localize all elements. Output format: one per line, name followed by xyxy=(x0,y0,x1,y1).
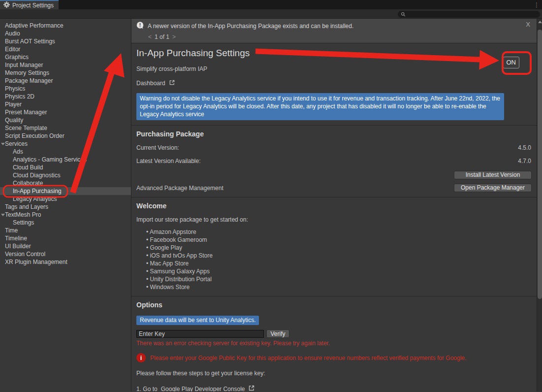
store-list-item: iOS and tvOs App Store xyxy=(146,252,532,260)
sidebar-item-memory-settings[interactable]: Memory Settings xyxy=(0,69,131,77)
sidebar-item-textmesh-pro[interactable]: TextMesh Pro xyxy=(0,211,131,219)
install-latest-row: Install Latest Version xyxy=(136,171,532,179)
toolbar xyxy=(0,9,542,19)
external-link-icon xyxy=(169,79,175,87)
current-version-row: Current Version: 4.5.0 xyxy=(136,144,532,151)
sidebar-item-physics-2d[interactable]: Physics 2D xyxy=(0,93,131,100)
welcome-intro: Import our store package to get started … xyxy=(136,216,532,223)
sidebar-item-collaborate[interactable]: Collaborate xyxy=(0,179,131,187)
sidebar-item-cloud-diagnostics[interactable]: Cloud Diagnostics xyxy=(0,171,131,179)
sidebar-item-input-manager[interactable]: Input Manager xyxy=(0,61,131,69)
sidebar-item-player[interactable]: Player xyxy=(0,100,131,108)
sidebar-item-editor[interactable]: Editor xyxy=(0,45,131,53)
sidebar-item-burst-aot-settings[interactable]: Burst AOT Settings xyxy=(0,37,131,45)
current-version-value: 4.5.0 xyxy=(518,144,532,151)
error-info-icon: i xyxy=(136,353,146,362)
latest-version-value: 4.7.0 xyxy=(518,158,532,164)
sidebar-item-package-manager[interactable]: Package Manager xyxy=(0,77,131,85)
store-list: Amazon Appstore Facebook Gameroom Google… xyxy=(146,228,532,291)
open-package-manager-button[interactable]: Open Package Manager xyxy=(454,184,532,192)
close-icon[interactable]: X xyxy=(526,21,530,28)
sidebar-item-preset-manager[interactable]: Preset Manager xyxy=(0,108,131,116)
search-input[interactable] xyxy=(408,11,537,17)
tab-label: Project Settings xyxy=(12,2,54,9)
sidebar-item-label: Services xyxy=(5,140,28,147)
server-error-text: There was an error checking server for e… xyxy=(136,340,532,347)
search-box[interactable] xyxy=(398,11,540,18)
key-entry-row: Verify xyxy=(136,329,532,338)
google-play-console-link[interactable]: Google Play Developer Console xyxy=(161,386,245,392)
iap-header: In-App Purchasing Settings Simplify cros… xyxy=(131,43,537,87)
tab-bar: Project Settings ⋮ xyxy=(0,0,542,9)
store-list-item: Google Play xyxy=(146,244,532,252)
sidebar-item-ads[interactable]: Ads xyxy=(0,148,131,156)
latest-version-row: Latest Version Available: 4.7.0 xyxy=(136,158,532,164)
google-key-error-row: i Please enter your Google Public Key fo… xyxy=(136,353,532,362)
sidebar-item-graphics[interactable]: Graphics xyxy=(0,53,131,61)
dashboard-link-label: Dashboard xyxy=(136,80,165,87)
google-key-error-text: Please enter your Google Public Key for … xyxy=(150,353,466,362)
page-title: In-App Purchasing Settings xyxy=(136,48,532,59)
section-heading: Welcome xyxy=(136,202,532,210)
latest-version-label: Latest Version Available: xyxy=(136,158,201,164)
project-settings-window: Project Settings ⋮ Adaptive Performance … xyxy=(0,0,542,392)
google-key-input[interactable] xyxy=(136,330,264,338)
sidebar-item-script-execution-order[interactable]: Script Execution Order xyxy=(0,132,131,140)
pager-prev-button[interactable]: < xyxy=(148,33,152,40)
main-panel: ! A newer version of the In-App Purchasi… xyxy=(131,19,542,392)
scroll-up-icon[interactable] xyxy=(538,21,542,23)
install-latest-version-button[interactable]: Install Latest Version xyxy=(454,171,532,179)
vertical-scrollbar[interactable] xyxy=(537,19,542,392)
store-list-item: Unity Distribution Portal xyxy=(146,275,532,283)
gear-icon xyxy=(3,1,10,9)
sidebar-item-cloud-build[interactable]: Cloud Build xyxy=(0,163,131,171)
store-list-item: Facebook Gameroom xyxy=(146,236,532,244)
sidebar-item-version-control[interactable]: Version Control xyxy=(0,250,131,258)
sidebar-item-adaptive-performance[interactable]: Adaptive Performance xyxy=(0,22,131,30)
notification-message: A newer version of the In-App Purchasing… xyxy=(148,23,353,30)
verify-button[interactable]: Verify xyxy=(266,329,289,338)
section-heading: Purchasing Package xyxy=(136,130,532,138)
sidebar-item-legacy-analytics[interactable]: Legacy Analytics xyxy=(0,195,131,203)
sidebar-item-xr-plugin-management[interactable]: XR Plugin Management xyxy=(0,258,131,266)
legacy-analytics-warning: Warning do not disable the Legacy Analyt… xyxy=(136,93,504,120)
scrollbar-thumb[interactable] xyxy=(538,30,542,299)
kebab-menu-icon[interactable]: ⋮ xyxy=(531,0,542,9)
store-list-item: Amazon Appstore xyxy=(146,228,532,236)
options-section: Options Revenue data will be sent to Uni… xyxy=(131,296,537,392)
store-list-item: Windows Store xyxy=(146,283,532,291)
sidebar-item-tags-and-layers[interactable]: Tags and Layers xyxy=(0,203,131,211)
step-1-prefix: 1. Go to xyxy=(136,386,158,392)
tab-project-settings[interactable]: Project Settings xyxy=(0,0,59,9)
dashboard-link[interactable]: Dashboard xyxy=(136,79,532,87)
steps-intro-text: Please follow these steps to get your li… xyxy=(136,370,532,377)
sidebar-item-in-app-purchasing[interactable]: In-App Purchasing xyxy=(0,187,131,195)
notification-pager: < 1 of 1 > xyxy=(148,33,532,40)
sidebar-item-label: TextMesh Pro xyxy=(5,211,41,218)
foldout-chevron-icon[interactable] xyxy=(1,143,5,145)
foldout-chevron-icon[interactable] xyxy=(1,214,5,216)
sidebar-item-timeline[interactable]: Timeline xyxy=(0,234,131,242)
store-list-item: Mac App Store xyxy=(146,260,532,267)
sidebar-item-analytics-gaming-services[interactable]: Analytics - Gaming Services xyxy=(0,156,131,163)
update-notification-banner: ! A newer version of the In-App Purchasi… xyxy=(131,19,537,43)
sidebar-item-audio[interactable]: Audio xyxy=(0,30,131,37)
service-toggle-on-button[interactable]: ON xyxy=(503,57,520,68)
pager-next-button[interactable]: > xyxy=(172,33,176,40)
sidebar-item-scene-template[interactable]: Scene Template xyxy=(0,124,131,132)
settings-sidebar: Adaptive Performance Audio Burst AOT Set… xyxy=(0,19,131,392)
sidebar-item-ui-builder[interactable]: UI Builder xyxy=(0,242,131,250)
sidebar-item-time[interactable]: Time xyxy=(0,227,131,234)
sidebar-item-quality[interactable]: Quality xyxy=(0,116,131,124)
store-list-item: Samsung Galaxy Apps xyxy=(146,267,532,275)
search-icon xyxy=(401,10,406,19)
current-version-label: Current Version: xyxy=(136,144,179,151)
analytics-notice-badge: Revenue data will be sent to Unity Analy… xyxy=(136,316,259,325)
sidebar-item-textmeshpro-settings[interactable]: Settings xyxy=(0,219,131,227)
pager-count: 1 of 1 xyxy=(155,33,169,40)
alert-bubble-icon: ! xyxy=(136,22,144,31)
sidebar-item-physics[interactable]: Physics xyxy=(0,85,131,93)
advanced-package-row: Advanced Package Management Open Package… xyxy=(136,184,532,192)
sidebar-item-services[interactable]: Services xyxy=(0,140,131,148)
external-link-icon xyxy=(248,385,255,392)
